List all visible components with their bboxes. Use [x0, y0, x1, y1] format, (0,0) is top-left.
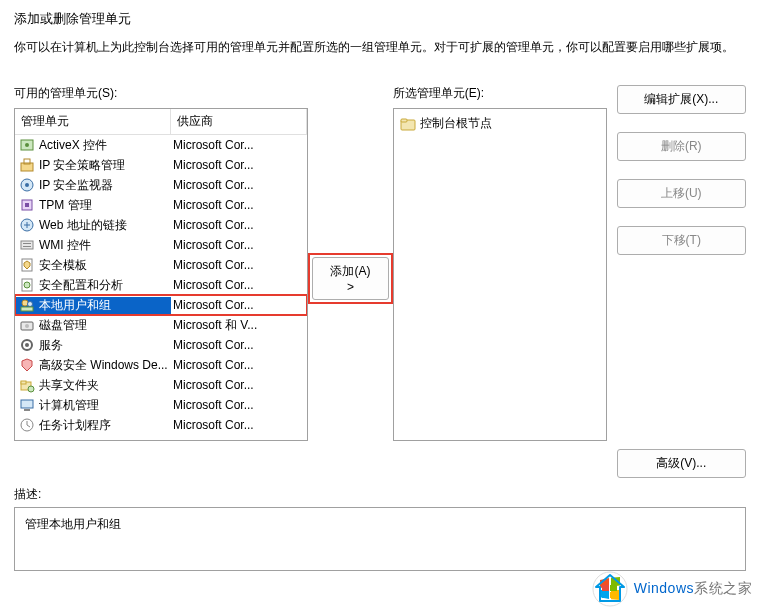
- link-icon: [19, 217, 35, 233]
- snapin-vendor: Microsoft Cor...: [171, 258, 307, 272]
- task-icon: [19, 417, 35, 433]
- tree-root-label: 控制台根节点: [420, 115, 492, 132]
- snapin-vendor: Microsoft Cor...: [171, 398, 307, 412]
- snapin-name: WMI 控件: [39, 237, 91, 254]
- windows-logo-icon: [592, 571, 628, 607]
- snapin-name: 本地用户和组: [39, 297, 111, 314]
- snapin-vendor: Microsoft Cor...: [171, 218, 307, 232]
- svg-rect-11: [23, 246, 31, 247]
- description-box: 管理本地用户和组: [14, 507, 746, 571]
- table-row[interactable]: IP 安全监视器Microsoft Cor...: [15, 175, 307, 195]
- svg-rect-38: [610, 592, 617, 598]
- snapin-name: 磁盘管理: [39, 317, 87, 334]
- snapin-vendor: Microsoft Cor...: [171, 358, 307, 372]
- table-row[interactable]: 安全配置和分析Microsoft Cor...: [15, 275, 307, 295]
- edit-extensions-button[interactable]: 编辑扩展(X)...: [617, 85, 746, 114]
- svg-rect-9: [21, 241, 33, 249]
- movedown-button[interactable]: 下移(T): [617, 226, 746, 255]
- svg-rect-26: [24, 409, 30, 411]
- snapin-name: Web 地址的链接: [39, 217, 127, 234]
- moveup-button[interactable]: 上移(U): [617, 179, 746, 208]
- svg-rect-25: [21, 400, 33, 408]
- svg-point-5: [25, 183, 29, 187]
- snapin-vendor: Microsoft Cor...: [171, 198, 307, 212]
- snapin-vendor: Microsoft Cor...: [171, 158, 307, 172]
- seccfg-icon: [19, 277, 35, 293]
- sectpl-icon: [19, 257, 35, 273]
- compmgmt-icon: [19, 397, 35, 413]
- wfas-icon: [19, 357, 35, 373]
- watermark: Windows系统之家: [592, 571, 752, 607]
- table-row[interactable]: 高级安全 Windows De...Microsoft Cor...: [15, 355, 307, 375]
- snapin-name: IP 安全策略管理: [39, 157, 125, 174]
- snapin-name: 计算机管理: [39, 397, 99, 414]
- watermark-site: 系统之家: [694, 580, 752, 596]
- folder-icon: [400, 116, 416, 132]
- svg-point-14: [24, 282, 30, 288]
- svg-rect-36: [610, 585, 617, 591]
- table-row[interactable]: 计算机管理Microsoft Cor...: [15, 395, 307, 415]
- svg-rect-37: [602, 592, 609, 598]
- table-row[interactable]: 安全模板Microsoft Cor...: [15, 255, 307, 275]
- table-row[interactable]: 本地用户和组Microsoft Cor...: [15, 295, 307, 315]
- snapin-vendor: Microsoft Cor...: [171, 418, 307, 432]
- table-row[interactable]: TPM 管理Microsoft Cor...: [15, 195, 307, 215]
- snapin-vendor: Microsoft Cor...: [171, 338, 307, 352]
- col-header-vendor[interactable]: 供应商: [171, 109, 307, 134]
- available-label: 可用的管理单元(S):: [14, 85, 308, 102]
- add-button[interactable]: 添加(A) >: [312, 257, 388, 300]
- remove-button[interactable]: 删除(R): [617, 132, 746, 161]
- table-row[interactable]: 服务Microsoft Cor...: [15, 335, 307, 355]
- snapin-vendor: Microsoft Cor...: [171, 178, 307, 192]
- advanced-button[interactable]: 高级(V)...: [617, 449, 746, 478]
- tpm-icon: [19, 197, 35, 213]
- table-row[interactable]: 磁盘管理Microsoft 和 V...: [15, 315, 307, 335]
- snapin-vendor: Microsoft Cor...: [171, 238, 307, 252]
- table-row[interactable]: 任务计划程序Microsoft Cor...: [15, 415, 307, 435]
- table-row[interactable]: Web 地址的链接Microsoft Cor...: [15, 215, 307, 235]
- snapin-vendor: Microsoft Cor...: [171, 138, 307, 152]
- dialog-title: 添加或删除管理单元: [14, 10, 746, 28]
- svg-point-16: [28, 302, 33, 307]
- svc-icon: [19, 337, 35, 353]
- snapin-name: 高级安全 Windows De...: [39, 357, 168, 374]
- svg-rect-35: [602, 585, 609, 591]
- svg-point-24: [28, 386, 34, 392]
- ipsec-icon: [19, 157, 35, 173]
- selected-tree[interactable]: 控制台根节点: [393, 108, 607, 441]
- tree-root[interactable]: 控制台根节点: [398, 113, 602, 134]
- snapin-name: ActiveX 控件: [39, 137, 107, 154]
- ipmon-icon: [19, 177, 35, 193]
- snapin-name: TPM 管理: [39, 197, 92, 214]
- table-row[interactable]: 共享文件夹Microsoft Cor...: [15, 375, 307, 395]
- table-row[interactable]: ActiveX 控件Microsoft Cor...: [15, 135, 307, 155]
- activex-icon: [19, 137, 35, 153]
- wmi-icon: [19, 237, 35, 253]
- snapin-vendor: Microsoft Cor...: [171, 378, 307, 392]
- col-header-name[interactable]: 管理单元: [15, 109, 171, 134]
- snapin-vendor: Microsoft 和 V...: [171, 317, 307, 334]
- svg-rect-17: [21, 307, 33, 311]
- disk-icon: [19, 317, 35, 333]
- snapin-name: 安全模板: [39, 257, 87, 274]
- svg-point-15: [22, 300, 28, 306]
- snapin-name: 任务计划程序: [39, 417, 111, 434]
- svg-rect-29: [401, 119, 407, 122]
- snapin-vendor: Microsoft Cor...: [171, 298, 307, 312]
- users-icon: [19, 297, 35, 313]
- snapin-name: 共享文件夹: [39, 377, 99, 394]
- svg-rect-10: [23, 243, 31, 244]
- svg-point-1: [25, 143, 29, 147]
- table-row[interactable]: IP 安全策略管理Microsoft Cor...: [15, 155, 307, 175]
- description-label: 描述:: [14, 486, 746, 503]
- dialog-description: 你可以在计算机上为此控制台选择可用的管理单元并配置所选的一组管理单元。对于可扩展…: [14, 38, 746, 57]
- snapin-name: 安全配置和分析: [39, 277, 123, 294]
- available-list[interactable]: 管理单元 供应商 ActiveX 控件Microsoft Cor...IP 安全…: [14, 108, 308, 441]
- selected-label: 所选管理单元(E):: [393, 85, 607, 102]
- share-icon: [19, 377, 35, 393]
- watermark-brand: Windows: [634, 580, 694, 596]
- table-row[interactable]: WMI 控件Microsoft Cor...: [15, 235, 307, 255]
- snapin-name: IP 安全监视器: [39, 177, 113, 194]
- svg-point-21: [25, 343, 29, 347]
- svg-point-19: [25, 324, 29, 328]
